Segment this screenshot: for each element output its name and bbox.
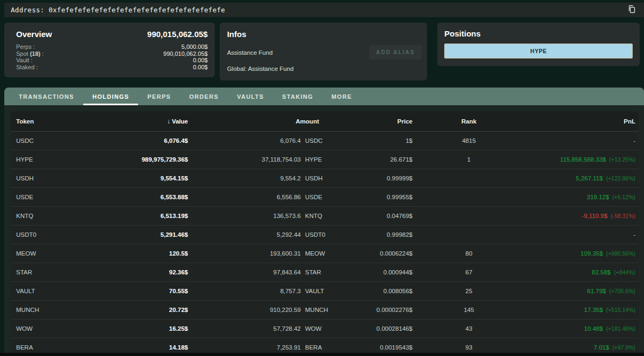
header-rank[interactable]: Rank <box>413 118 525 125</box>
token-cell: KNTQ <box>16 213 97 219</box>
overview-row-value: 0.00$ <box>193 64 208 71</box>
pnl-value: 10.48$ <box>584 325 603 332</box>
header-price[interactable]: Price <box>332 118 413 125</box>
table-row-wow[interactable]: WOW16.25$57,728.42WOW0.00028146$4310.48$… <box>11 319 639 338</box>
table-row-usde[interactable]: USDE6,553.88$6,556.86USDE0.99955$319.12$… <box>11 188 639 207</box>
tab-staking[interactable]: STAKING <box>273 88 322 105</box>
global-alias: Global: Assistance Fund <box>227 66 422 72</box>
tab-vaults[interactable]: VAULTS <box>228 88 273 105</box>
table-row-bera[interactable]: BERA14.18$7,253.91BERA0.0019543$937.01$(… <box>11 338 639 353</box>
pnl-value: 61.79$ <box>587 288 606 294</box>
pnl-value: -9,110.9$ <box>582 213 607 219</box>
add-alias-button[interactable]: ADD ALIAS <box>369 45 422 60</box>
token-cell: USDC <box>16 137 97 144</box>
header-value-sorted[interactable]: ↓Value <box>97 118 188 125</box>
pnl-cell: 115,858,588.33$(+13.25%) <box>525 156 635 163</box>
price-cell: 0.99982$ <box>332 231 413 238</box>
pnl-percent: (+844%) <box>614 269 635 275</box>
token-cell: BERA <box>16 344 97 351</box>
rank-cell: 1 <box>413 156 525 163</box>
amount-token-cell: USDT0 <box>301 231 332 238</box>
horizontal-scrollbar[interactable] <box>0 353 644 356</box>
rank-cell: 43 <box>413 325 525 332</box>
value-cell: 120.5$ <box>97 250 188 257</box>
price-cell: 0.0019543$ <box>332 344 413 351</box>
table-row-hype[interactable]: HYPE989,975,729.36$37,118,754.03HYPE26.6… <box>11 150 639 169</box>
tab-holdings[interactable]: HOLDINGS <box>83 88 138 105</box>
pnl-percent: (+97.9%) <box>612 344 635 351</box>
pnl-cell: 82.58$(+844%) <box>525 269 635 275</box>
value-cell: 989,975,729.36$ <box>97 156 188 163</box>
pnl-value: 115,858,588.33$ <box>560 156 606 163</box>
price-cell: 0.04769$ <box>332 213 413 219</box>
pnl-cell: - <box>525 137 635 144</box>
overview-row: Spot (18) :990,010,062.05$ <box>16 50 208 57</box>
overview-row-value: 5,000.00$ <box>182 43 208 50</box>
tab-perps[interactable]: PERPS <box>138 88 180 105</box>
value-cell: 6,513.19$ <box>97 213 188 219</box>
header-amount[interactable]: Amount <box>188 118 332 125</box>
tab-more[interactable]: MORE <box>322 88 361 105</box>
amount-cell: 7,253.91 <box>188 344 301 351</box>
pnl-percent: (+515.14%) <box>606 307 635 313</box>
content-panel: Token↓ValueAmountPriceRankPnL USDC6,076.… <box>4 105 644 353</box>
overview-title: Overview <box>16 30 52 39</box>
positions-card: Positions HYPE <box>437 23 640 66</box>
table-row-vault[interactable]: VAULT70.55$8,757.3VAULT0.008056$2561.79$… <box>11 282 639 301</box>
amount-token-cell: VAULT <box>301 288 332 294</box>
price-cell: 0.00002276$ <box>332 307 413 313</box>
table-row-munch[interactable]: MUNCH20.72$910,220.59MUNCH0.00002276$145… <box>11 301 639 319</box>
header-value-label: Value <box>172 118 188 125</box>
token-cell: MUNCH <box>16 307 97 313</box>
table-row-meow[interactable]: MEOW120.5$193,600.31MEOW0.0006224$80109.… <box>11 244 639 263</box>
header-token[interactable]: Token <box>16 118 97 125</box>
price-cell: 0.99999$ <box>332 175 413 181</box>
position-hype-button[interactable]: HYPE <box>444 43 633 59</box>
tab-transactions[interactable]: TRANSACTIONS <box>10 88 83 105</box>
value-cell: 6,553.88$ <box>97 194 188 200</box>
price-cell: 0.000944$ <box>332 269 413 275</box>
price-cell: 0.00028146$ <box>332 325 413 332</box>
table-row-usdh[interactable]: USDH9,554.15$9,554.2USDH0.99999$5,267.11… <box>11 169 639 188</box>
tab-bar: TRANSACTIONSHOLDINGSPERPSORDERSVAULTSSTA… <box>4 88 644 105</box>
tab-orders[interactable]: ORDERS <box>180 88 228 105</box>
overview-card: Overview 990,015,062.05$ Perps :5,000.00… <box>4 23 215 77</box>
table-row-kntq[interactable]: KNTQ6,513.19$136,573.6KNTQ0.04769$-9,110… <box>11 207 639 226</box>
amount-token-cell: MEOW <box>301 250 332 257</box>
amount-cell: 57,728.42 <box>188 325 301 332</box>
rank-cell: 145 <box>413 307 525 313</box>
overview-row: Perps :5,000.00$ <box>16 43 208 50</box>
pnl-cell: 109.35$(+980.56%) <box>525 250 635 257</box>
amount-cell: 6,076.4 <box>188 137 301 144</box>
pnl-cell: 319.12$(+5.12%) <box>525 194 635 200</box>
copy-icon <box>627 5 636 15</box>
rank-cell: 25 <box>413 288 525 294</box>
table-row-usdt0[interactable]: USDT05,291.46$5,292.44USDT00.99982$- <box>11 226 639 244</box>
amount-token-cell: WOW <box>301 325 332 332</box>
overview-row-label: Staked : <box>16 64 38 71</box>
table-header-row: Token↓ValueAmountPriceRankPnL <box>11 111 639 132</box>
wallet-address: Address: 0xfefefefefefefefefefefefefefef… <box>11 6 225 14</box>
amount-token-cell: USDH <box>301 175 332 181</box>
table-row-usdc[interactable]: USDC6,076.4$6,076.4USDC1$4815- <box>11 132 639 150</box>
rank-cell: 67 <box>413 269 525 275</box>
pnl-cell: 61.79$(+705.6%) <box>525 288 635 294</box>
amount-cell: 5,292.44 <box>188 231 301 238</box>
amount-cell: 9,554.2 <box>188 175 301 181</box>
token-cell: USDT0 <box>16 231 97 238</box>
value-cell: 92.36$ <box>97 269 188 275</box>
price-cell: 26.671$ <box>332 156 413 163</box>
pnl-value: 17.35$ <box>584 307 603 313</box>
rank-cell: 80 <box>413 250 525 257</box>
overview-total: 990,015,062.05$ <box>147 30 208 39</box>
token-cell: USDE <box>16 194 97 200</box>
pnl-cell: 5,267.11$(+122.86%) <box>525 175 635 181</box>
overview-row-value: 990,010,062.05$ <box>163 50 208 57</box>
pnl-percent: (+181.46%) <box>606 325 635 332</box>
overview-row-value: 0.00$ <box>193 57 208 64</box>
pnl-cell: 17.35$(+515.14%) <box>525 307 635 313</box>
amount-token-cell: USDE <box>301 194 332 200</box>
copy-address-button[interactable] <box>626 4 638 16</box>
header-pnl[interactable]: PnL <box>525 118 635 125</box>
table-row-star[interactable]: STAR92.36$97,843.64STAR0.000944$6782.58$… <box>11 263 639 282</box>
